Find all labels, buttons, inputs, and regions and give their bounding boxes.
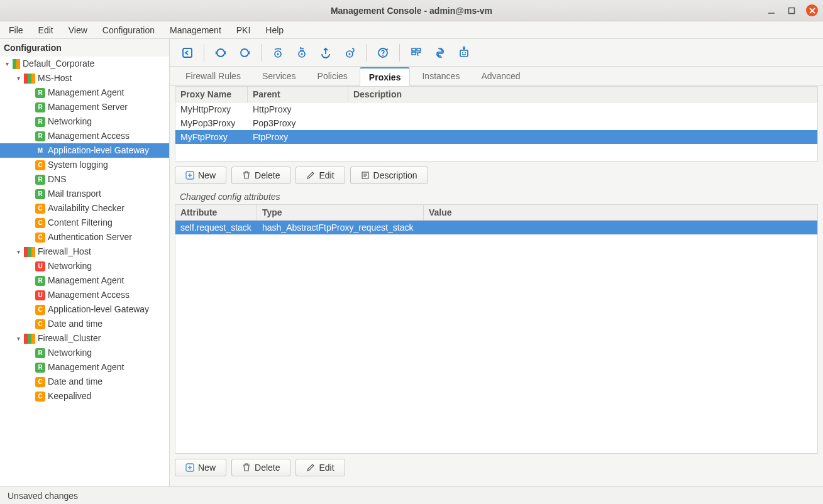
expand-arrow-icon[interactable]: ▾ [14, 248, 23, 256]
menu-pki[interactable]: PKI [230, 23, 257, 38]
menu-help[interactable]: Help [259, 23, 290, 38]
tree-node-label: Networking [48, 259, 92, 273]
tab-instances[interactable]: Instances [412, 67, 469, 85]
tab-policies[interactable]: Policies [308, 67, 357, 85]
tree-node-label: MS-Host [38, 71, 72, 85]
host-icon [13, 59, 20, 69]
edit-proxy-button[interactable]: Edit [296, 167, 345, 184]
expand-arrow-icon[interactable]: ▾ [14, 74, 23, 83]
toolbar [170, 39, 823, 67]
reload-icon[interactable] [233, 41, 256, 64]
tree-node-label: Management Agent [48, 360, 124, 375]
col-header-proxy-name[interactable]: Proxy Name [175, 87, 248, 102]
tree-node[interactable]: ▸RNetworking [0, 114, 169, 129]
new-proxy-button[interactable]: New [175, 167, 226, 184]
tree-node[interactable]: ▸RManagement Server [0, 100, 169, 114]
table-row[interactable]: MyFtpProxyFtpProxy [175, 130, 817, 144]
tree-node[interactable]: ▾Firewall_Cluster [0, 331, 169, 346]
tree-node-label: System logging [48, 158, 108, 172]
menu-view[interactable]: View [62, 23, 94, 38]
config-tree[interactable]: ▾Default_Corporate▾MS-Host▸RManagement A… [0, 57, 169, 486]
tree-node[interactable]: ▸RDNS [0, 172, 169, 187]
badge-C: C [35, 218, 45, 228]
expand-arrow-icon[interactable]: ▾ [14, 334, 23, 343]
tree-node[interactable]: ▸CDate and time [0, 375, 169, 389]
refresh-icon[interactable] [209, 41, 232, 64]
settings-view-icon[interactable] [267, 41, 289, 64]
table-row[interactable]: self.request_stackhash_AbstractFtpProxy_… [175, 221, 817, 234]
settings-swap-icon[interactable] [290, 41, 313, 64]
tree-node[interactable]: ▸CAvailability Checker [0, 201, 169, 216]
tree-node[interactable]: ▸CAuthentication Server [0, 230, 169, 244]
menu-management[interactable]: Management [163, 23, 228, 38]
badge-C: C [35, 160, 45, 170]
new-attribute-button[interactable]: New [175, 459, 226, 476]
tab-firewall-rules[interactable]: Firewall Rules [176, 67, 250, 85]
python-icon[interactable] [429, 41, 451, 64]
maximize-button[interactable] [786, 5, 797, 16]
tree-node-label: DNS [48, 172, 67, 187]
tree-node[interactable]: ▾Default_Corporate [0, 57, 169, 71]
close-button[interactable] [806, 4, 818, 16]
tab-proxies[interactable]: Proxies [360, 67, 411, 86]
tree-node[interactable]: ▸RNetworking [0, 346, 169, 360]
back-icon[interactable] [176, 41, 199, 64]
svg-point-5 [217, 49, 224, 57]
col-header-description[interactable]: Description [348, 87, 817, 102]
col-header-value[interactable]: Value [424, 205, 817, 220]
tree-node[interactable]: ▸RManagement Agent [0, 85, 169, 100]
table-row[interactable]: MyPop3ProxyPop3Proxy [175, 116, 817, 130]
attribute-table-header: Attribute Type Value [175, 205, 817, 221]
delete-proxy-button[interactable]: Delete [231, 167, 290, 184]
form-icon[interactable] [405, 41, 428, 64]
delete-attribute-button[interactable]: Delete [231, 459, 290, 476]
svg-rect-16 [412, 48, 416, 51]
col-header-attribute[interactable]: Attribute [175, 205, 257, 220]
edit-attribute-button[interactable]: Edit [296, 459, 345, 476]
tree-node-label: Authentication Server [48, 230, 132, 244]
tree-node[interactable]: ▸MApplication-level Gateway [0, 143, 169, 158]
tree-node[interactable]: ▸UNetworking [0, 259, 169, 273]
badge-C: C [35, 233, 45, 243]
cell-proxy-name: MyHttpProxy [175, 102, 248, 116]
proxy-table[interactable]: Proxy Name Parent Description MyHttpProx… [175, 86, 818, 162]
settings-process-icon[interactable] [338, 41, 361, 64]
upload-icon[interactable] [314, 41, 337, 64]
tree-node[interactable]: ▸CKeepalived [0, 389, 169, 403]
cell-attribute: self.request_stack [175, 221, 257, 234]
minimize-button[interactable] [766, 5, 777, 16]
tree-node[interactable]: ▸UManagement Access [0, 288, 169, 302]
menu-file[interactable]: File [3, 23, 30, 38]
tree-node[interactable]: ▸CContent Filtering [0, 216, 169, 230]
tree-node[interactable]: ▸CDate and time [0, 317, 169, 331]
menu-configuration[interactable]: Configuration [96, 23, 161, 38]
tree-node[interactable]: ▸CSystem logging [0, 158, 169, 172]
tree-node[interactable]: ▸CApplication-level Gateway [0, 302, 169, 317]
tab-services[interactable]: Services [253, 67, 306, 85]
button-label: New [198, 170, 216, 180]
tree-node[interactable]: ▾MS-Host [0, 71, 169, 85]
cell-parent: HttpProxy [248, 102, 348, 116]
table-row[interactable]: MyHttpProxyHttpProxy [175, 102, 817, 116]
tree-node[interactable]: ▾Firewall_Host [0, 244, 169, 259]
plus-icon [185, 171, 194, 180]
tab-advanced[interactable]: Advanced [472, 67, 529, 85]
col-header-parent[interactable]: Parent [248, 87, 348, 102]
help-icon[interactable] [372, 41, 394, 64]
expand-arrow-icon[interactable]: ▾ [3, 60, 11, 68]
tree-node[interactable]: ▸RManagement Agent [0, 273, 169, 288]
attribute-table[interactable]: Attribute Type Value self.request_stackh… [175, 204, 818, 454]
tree-node[interactable]: ▸RManagement Agent [0, 360, 169, 375]
description-button[interactable]: Description [350, 167, 428, 184]
tree-node[interactable]: ▸RMail transport [0, 187, 169, 201]
svg-point-21 [465, 52, 466, 53]
toolbar-separator [399, 44, 400, 62]
menu-edit[interactable]: Edit [32, 23, 60, 38]
svg-point-6 [241, 49, 248, 57]
robot-icon[interactable] [453, 41, 475, 64]
col-header-type[interactable]: Type [257, 205, 424, 220]
proxy-buttons: New Delete Edit Description [175, 162, 818, 189]
tree-node-label: Networking [48, 346, 92, 360]
sidebar-title: Configuration [0, 39, 169, 57]
tree-node[interactable]: ▸RManagement Access [0, 129, 169, 143]
